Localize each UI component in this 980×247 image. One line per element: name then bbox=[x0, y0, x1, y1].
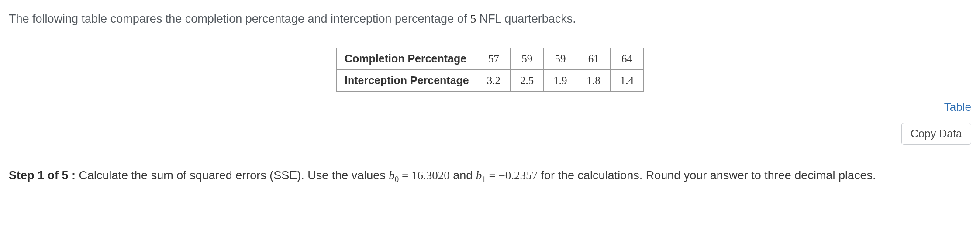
b0-symbol: b0 bbox=[389, 169, 399, 182]
eq1: = bbox=[399, 169, 411, 182]
step-label: Step 1 of 5 : bbox=[9, 169, 76, 182]
data-table: Completion Percentage 57 59 59 61 64 Int… bbox=[336, 48, 644, 92]
and-text: and bbox=[450, 169, 476, 182]
cell: 1.9 bbox=[544, 70, 577, 92]
b1-symbol: b1 bbox=[476, 169, 486, 182]
table-link[interactable]: Table bbox=[944, 100, 971, 114]
table-row: Interception Percentage 3.2 2.5 1.9 1.8 … bbox=[336, 70, 643, 92]
step-text-1: Calculate the sum of squared errors (SSE… bbox=[76, 169, 389, 182]
intro-text: The following table compares the complet… bbox=[0, 0, 980, 30]
cell: 59 bbox=[544, 48, 577, 70]
b0-value: 16.3020 bbox=[411, 169, 450, 182]
cell: 3.2 bbox=[477, 70, 510, 92]
cell: 1.8 bbox=[577, 70, 610, 92]
cell: 64 bbox=[610, 48, 643, 70]
table-row: Completion Percentage 57 59 59 61 64 bbox=[336, 48, 643, 70]
actions-area: Table Copy Data bbox=[0, 100, 980, 145]
cell: 57 bbox=[477, 48, 510, 70]
table-container: Completion Percentage 57 59 59 61 64 Int… bbox=[0, 30, 980, 96]
copy-data-button[interactable]: Copy Data bbox=[901, 123, 971, 145]
eq2: = bbox=[486, 169, 499, 182]
step-instruction: Step 1 of 5 : Calculate the sum of squar… bbox=[0, 145, 980, 195]
cell: 61 bbox=[577, 48, 610, 70]
cell: 59 bbox=[511, 48, 544, 70]
row-header-completion: Completion Percentage bbox=[336, 48, 477, 70]
row-header-interception: Interception Percentage bbox=[336, 70, 477, 92]
intro-prefix: The following table compares the complet… bbox=[9, 12, 470, 25]
b1-value: −0.2357 bbox=[499, 169, 538, 182]
intro-suffix: NFL quarterbacks. bbox=[476, 12, 576, 25]
step-text-2: for the calculations. Round your answer … bbox=[538, 169, 876, 182]
cell: 2.5 bbox=[511, 70, 544, 92]
cell: 1.4 bbox=[610, 70, 643, 92]
intro-count: 5 bbox=[470, 12, 476, 25]
